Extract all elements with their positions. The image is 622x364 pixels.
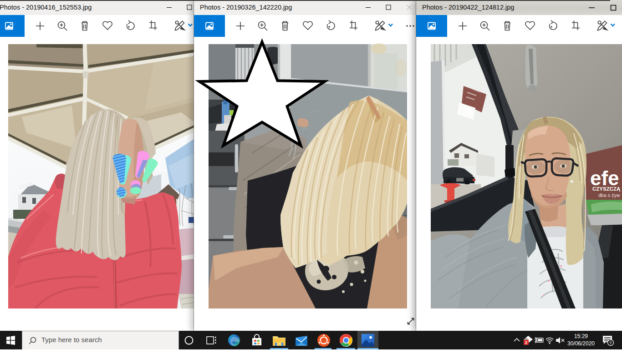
svg-text:CZYSZCZĄ: CZYSZCZĄ [592,186,620,192]
svg-text:2: 2 [525,340,527,345]
svg-text:7: 7 [609,340,612,345]
svg-text:dba o żyw: dba o żyw [598,192,620,198]
